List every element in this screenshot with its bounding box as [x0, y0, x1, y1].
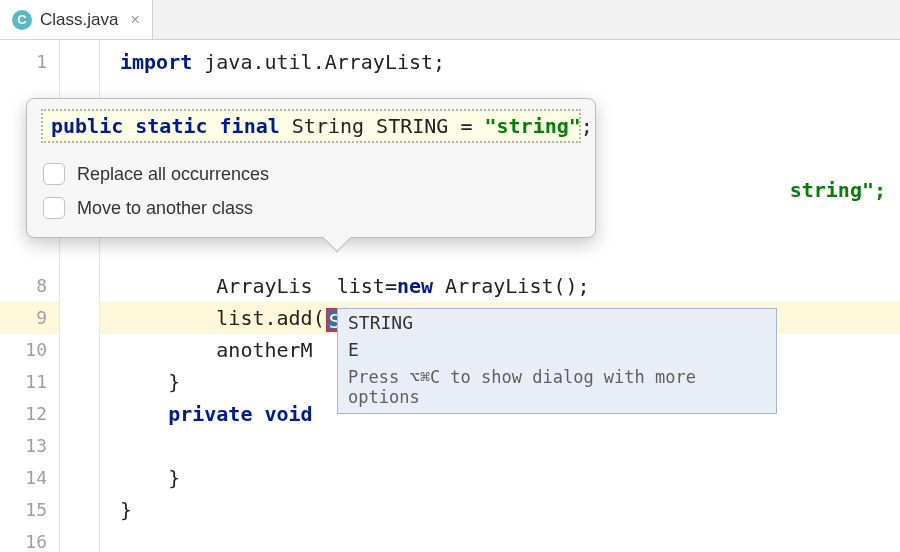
move-to-class-option[interactable]: Move to another class — [41, 191, 581, 225]
tab-filename: Class.java — [40, 10, 118, 30]
name-suggestions-popup: STRING E Press ⌥⌘C to show dialog with m… — [337, 308, 777, 414]
suggestion-item[interactable]: STRING — [338, 309, 776, 336]
code-line — [100, 526, 900, 552]
class-icon: C — [12, 10, 32, 30]
code-line: import java.util.ArrayList; — [100, 46, 900, 78]
editor-tab[interactable]: C Class.java × — [0, 0, 153, 39]
gutter-line: 16 — [0, 526, 59, 552]
gutter-line: 1 — [0, 46, 59, 78]
gutter-line — [0, 238, 59, 270]
gutter-line: 10 — [0, 334, 59, 366]
gutter-line: 14 — [0, 462, 59, 494]
suggestion-hint: Press ⌥⌘C to show dialog with more optio… — [338, 363, 776, 413]
code-line: } — [100, 494, 900, 526]
suggestion-item[interactable]: E — [338, 336, 776, 363]
code-line — [100, 430, 900, 462]
popup-declaration[interactable]: public static final String STRING = "str… — [41, 109, 581, 143]
close-icon[interactable]: × — [130, 11, 139, 29]
gutter-line: 11 — [0, 366, 59, 398]
gutter-line: 9 — [0, 302, 59, 334]
code-line — [100, 238, 900, 270]
checkbox[interactable] — [43, 163, 65, 185]
gutter-line: 12 — [0, 398, 59, 430]
option-label: Move to another class — [77, 198, 253, 219]
option-label: Replace all occurrences — [77, 164, 269, 185]
code-line: ArrayLis list=new ArrayList(); — [100, 270, 900, 302]
tab-bar: C Class.java × — [0, 0, 900, 40]
gutter-line: 13 — [0, 430, 59, 462]
popup-options: Replace all occurrences Move to another … — [41, 157, 581, 225]
gutter-line: 8 — [0, 270, 59, 302]
gutter-line: 15 — [0, 494, 59, 526]
replace-all-option[interactable]: Replace all occurrences — [41, 157, 581, 191]
introduce-constant-popup: public static final String STRING = "str… — [26, 98, 596, 238]
checkbox[interactable] — [43, 197, 65, 219]
code-line: } — [100, 462, 900, 494]
